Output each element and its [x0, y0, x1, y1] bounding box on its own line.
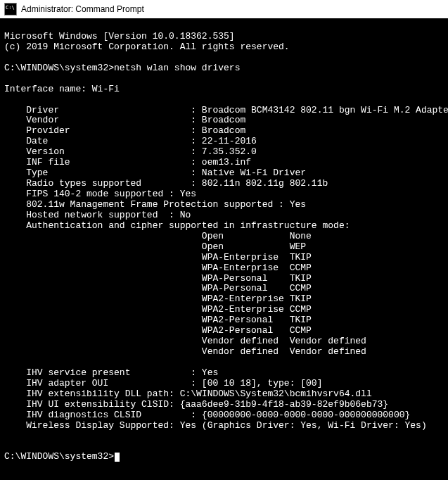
- prompt: C:\WINDOWS\system32>: [4, 451, 114, 462]
- field-ihv-dll: IHV extensibility DLL path: C:\WINDOWS\S…: [4, 389, 372, 399]
- blank-line: [4, 431, 10, 441]
- auth-cipher-row: WPA-Personal CCMP: [4, 283, 312, 293]
- titlebar[interactable]: Administrator: Command Prompt: [0, 0, 448, 18]
- prompt: C:\WINDOWS\system32>: [4, 63, 114, 73]
- field-hosted: Hosted network supported : No: [4, 210, 191, 220]
- field-ihv-svc: IHV service present : Yes: [4, 367, 218, 378]
- field-driver: Driver : Broadcom BCM43142 802.11 bgn Wi…: [4, 105, 448, 115]
- field-type: Type : Native Wi-Fi Driver: [4, 168, 306, 178]
- command-text: netsh wlan show drivers: [114, 63, 240, 73]
- window: Administrator: Command Prompt Microsoft …: [0, 0, 448, 480]
- field-inf: INF file : oem13.inf: [4, 157, 251, 168]
- auth-header: Authentication and cipher supported in i…: [4, 220, 350, 231]
- cursor-icon: [115, 453, 120, 462]
- auth-cipher-list: Open None Open WEP WPA-Enterprise TKIP W…: [4, 232, 444, 358]
- field-mgmt: 802.11w Management Frame Protection supp…: [4, 199, 306, 210]
- blank-line: [4, 73, 10, 84]
- cmd-icon: [4, 3, 17, 15]
- auth-cipher-row: Vendor defined Vendor defined: [4, 346, 366, 357]
- auth-cipher-row: WPA2-Enterprise TKIP: [4, 293, 312, 304]
- auth-cipher-row: Vendor defined Vendor defined: [4, 336, 366, 346]
- auth-cipher-row: WPA-Enterprise TKIP: [4, 252, 312, 263]
- terminal-viewport[interactable]: Microsoft Windows [Version 10.0.18362.53…: [0, 18, 448, 480]
- auth-cipher-row: WPA2-Enterprise CCMP: [4, 304, 312, 315]
- field-fips: FIPS 140-2 mode supported : Yes: [4, 189, 196, 199]
- final-prompt-line[interactable]: C:\WINDOWS\system32>: [4, 451, 120, 462]
- auth-cipher-row: WPA-Enterprise CCMP: [4, 263, 312, 273]
- command-line: C:\WINDOWS\system32>netsh wlan show driv…: [4, 63, 240, 73]
- field-version: Version : 7.35.352.0: [4, 146, 257, 157]
- field-ihv-oui: IHV adapter OUI : [00 10 18], type: [00]: [4, 378, 322, 389]
- field-provider: Provider : Broadcom: [4, 125, 245, 136]
- field-radio: Radio types supported : 802.11n 802.11g …: [4, 178, 328, 189]
- window-title: Administrator: Command Prompt: [21, 4, 144, 14]
- auth-cipher-row: WPA2-Personal CCMP: [4, 325, 312, 336]
- field-ihv-diag: IHV diagnostics CLSID : {00000000-0000-0…: [4, 410, 410, 420]
- interface-line: Interface name: Wi-Fi: [4, 84, 120, 94]
- field-ihv-ui: IHV UI extensibility ClSID: {aaa6dee9-31…: [4, 399, 388, 410]
- auth-cipher-row: Open None: [4, 231, 312, 241]
- blank-line: [4, 52, 10, 63]
- field-wdisp: Wireless Display Supported: Yes (Graphic…: [4, 420, 427, 431]
- blank-line: [4, 94, 10, 105]
- blank-line: [4, 441, 10, 452]
- banner-line: (c) 2019 Microsoft Corporation. All righ…: [4, 42, 290, 52]
- banner-line: Microsoft Windows [Version 10.0.18362.53…: [4, 31, 235, 42]
- field-vendor: Vendor : Broadcom: [4, 115, 245, 125]
- auth-cipher-row: WPA2-Personal TKIP: [4, 315, 312, 325]
- auth-cipher-row: WPA-Personal TKIP: [4, 273, 312, 284]
- field-date: Date : 22-11-2016: [4, 136, 257, 146]
- auth-cipher-row: Open WEP: [4, 241, 306, 252]
